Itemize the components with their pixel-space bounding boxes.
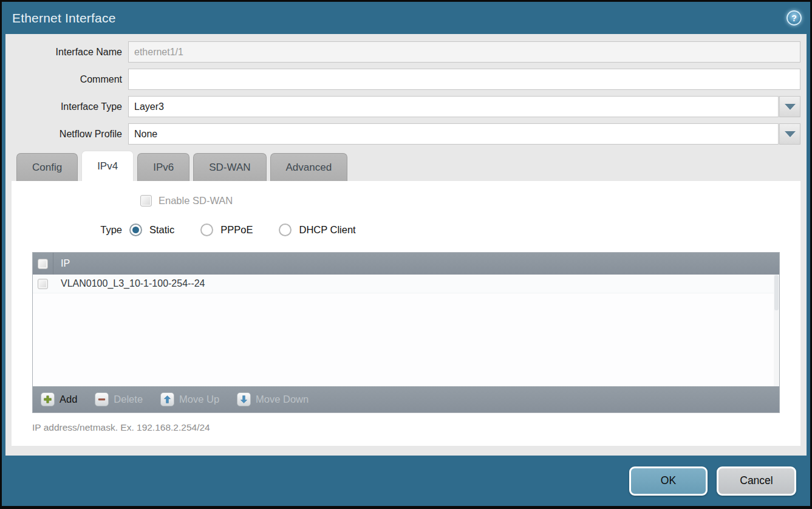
dialog-title: Ethernet Interface bbox=[12, 11, 116, 26]
interface-type-dropdown-trigger[interactable] bbox=[779, 96, 800, 117]
netflow-profile-row: Netflow Profile bbox=[12, 123, 800, 145]
ip-cell-value: VLAN0100_L3_10-1-100-254--24 bbox=[53, 278, 205, 289]
comment-field[interactable] bbox=[128, 69, 800, 90]
plus-icon bbox=[41, 392, 55, 406]
tab-advanced[interactable]: Advanced bbox=[270, 153, 348, 181]
radio-option-static[interactable]: Static bbox=[129, 224, 174, 236]
ip-column-header: IP bbox=[53, 258, 70, 269]
type-radio-group: Type Static PPPoE DHCP Client bbox=[21, 222, 791, 238]
move-up-button: Move Up bbox=[159, 391, 223, 408]
ipv4-tab-panel: Enable SD-WAN Type Static PPPoE DHCP Cli… bbox=[12, 181, 800, 446]
enable-sdwan-checkbox bbox=[140, 195, 152, 207]
select-all-cell bbox=[33, 253, 53, 275]
cancel-button[interactable]: Cancel bbox=[717, 466, 796, 496]
radio-pppoe-icon[interactable] bbox=[200, 224, 213, 236]
delete-button: Delete bbox=[93, 391, 146, 408]
tab-ipv4[interactable]: IPv4 bbox=[81, 151, 134, 181]
row-checkbox-cell bbox=[33, 275, 53, 293]
netflow-profile-dropdown-trigger[interactable] bbox=[779, 123, 800, 145]
type-label: Type bbox=[21, 224, 129, 236]
dialog-titlebar: Ethernet Interface ? bbox=[2, 2, 810, 34]
arrow-up-icon bbox=[160, 392, 174, 406]
dialog-footer: OK Cancel bbox=[2, 456, 810, 506]
interface-name-label: Interface Name bbox=[12, 47, 128, 58]
interface-type-row: Interface Type bbox=[12, 96, 800, 117]
grid-scrollbar-thumb[interactable] bbox=[774, 275, 779, 310]
ip-grid-toolbar: Add Delete Move Up bbox=[33, 386, 779, 412]
arrow-down-icon bbox=[237, 392, 251, 406]
radio-static-icon[interactable] bbox=[129, 224, 142, 236]
grid-scrollbar[interactable] bbox=[774, 275, 779, 386]
ip-grid-row[interactable]: VLAN0100_L3_10-1-100-254--24 bbox=[33, 275, 779, 293]
netflow-profile-label: Netflow Profile bbox=[12, 129, 128, 140]
select-all-checkbox[interactable] bbox=[38, 259, 48, 269]
radio-option-pppoe[interactable]: PPPoE bbox=[200, 224, 253, 236]
interface-name-row: Interface Name bbox=[12, 41, 800, 63]
ip-grid: IP VLAN0100_L3_10-1-100-254--24 bbox=[32, 252, 780, 413]
comment-label: Comment bbox=[12, 74, 128, 85]
chevron-down-icon bbox=[785, 104, 796, 110]
ip-grid-header: IP bbox=[33, 253, 779, 275]
enable-sdwan-row: Enable SD-WAN bbox=[140, 194, 791, 207]
ip-format-hint: IP address/netmask. Ex. 192.168.2.254/24 bbox=[32, 422, 791, 433]
ethernet-interface-dialog: Ethernet Interface ? Interface Name Comm… bbox=[0, 0, 812, 509]
row-checkbox[interactable] bbox=[38, 279, 48, 289]
move-down-button: Move Down bbox=[235, 391, 312, 408]
tab-config[interactable]: Config bbox=[16, 153, 78, 181]
add-button-label: Add bbox=[60, 394, 77, 405]
ip-grid-body: VLAN0100_L3_10-1-100-254--24 bbox=[33, 275, 779, 386]
radio-static-label: Static bbox=[149, 224, 174, 236]
delete-button-label: Delete bbox=[114, 394, 143, 405]
tab-strip: Config IPv4 IPv6 SD-WAN Advanced bbox=[12, 151, 800, 181]
radio-dhcp-icon[interactable] bbox=[279, 224, 292, 236]
tab-sdwan[interactable]: SD-WAN bbox=[193, 153, 266, 181]
netflow-profile-input[interactable] bbox=[128, 123, 779, 145]
interface-type-combo bbox=[128, 96, 800, 117]
minus-icon bbox=[95, 392, 109, 406]
add-button[interactable]: Add bbox=[39, 391, 81, 408]
interface-type-label: Interface Type bbox=[12, 101, 128, 112]
comment-row: Comment bbox=[12, 69, 800, 90]
enable-sdwan-label: Enable SD-WAN bbox=[159, 195, 233, 207]
radio-pppoe-label: PPPoE bbox=[220, 224, 253, 236]
tab-ipv6[interactable]: IPv6 bbox=[137, 153, 189, 181]
interface-name-field bbox=[128, 41, 800, 63]
chevron-down-icon bbox=[785, 131, 796, 137]
move-up-button-label: Move Up bbox=[179, 394, 219, 405]
interface-type-input[interactable] bbox=[128, 96, 779, 117]
dialog-body: Interface Name Comment Interface Type Ne… bbox=[5, 34, 807, 456]
netflow-profile-combo bbox=[128, 123, 800, 145]
ok-button[interactable]: OK bbox=[629, 466, 708, 496]
radio-dhcp-label: DHCP Client bbox=[299, 224, 355, 236]
help-icon[interactable]: ? bbox=[786, 10, 802, 26]
radio-option-dhcp-client[interactable]: DHCP Client bbox=[279, 224, 355, 236]
move-down-button-label: Move Down bbox=[256, 394, 309, 405]
